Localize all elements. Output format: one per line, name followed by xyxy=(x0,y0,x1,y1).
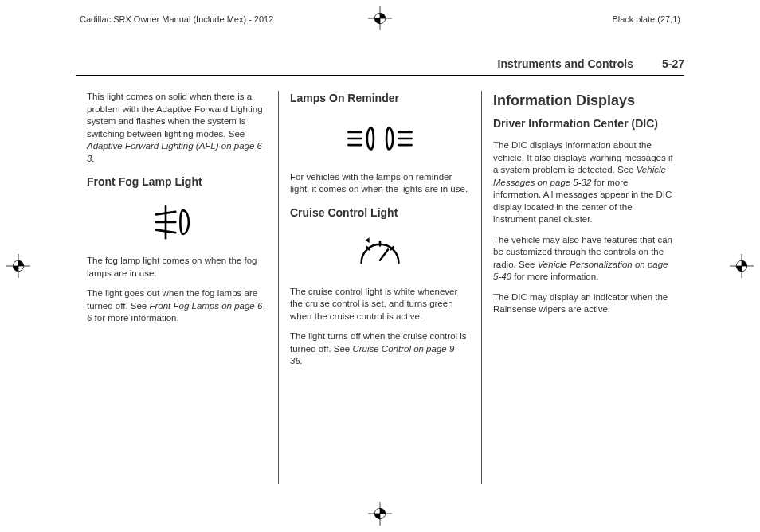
chapter-title: Instruments and Controls xyxy=(498,57,633,70)
dic-p2-text-b: for more information. xyxy=(511,272,598,281)
information-displays-heading: Information Displays xyxy=(493,91,673,110)
lamps-on-icon xyxy=(290,120,470,157)
doc-title: Cadillac SRX Owner Manual (Include Mex) … xyxy=(80,14,273,24)
svg-line-25 xyxy=(380,249,388,260)
dic-paragraph-3: The DIC may display an indicator when th… xyxy=(493,291,673,316)
column-1: This light comes on solid when there is … xyxy=(76,91,278,484)
afl-text: This light comes on solid when there is … xyxy=(87,92,263,139)
registration-mark-right xyxy=(730,254,754,278)
fog-paragraph-2: The light goes out when the fog lamps ar… xyxy=(87,288,267,325)
dic-heading: Driver Information Center (DIC) xyxy=(493,116,673,131)
front-fog-lamp-icon xyxy=(87,204,267,241)
dic-paragraph-2: The vehicle may also have features that … xyxy=(493,234,673,284)
column-3: Information Displays Driver Information … xyxy=(481,91,684,484)
column-2: Lamps On Reminder For vehicles wit xyxy=(278,91,481,484)
cruise-paragraph-2: The light turns off when the cruise cont… xyxy=(290,331,470,368)
lamps-paragraph: For vehicles with the lamps on reminder … xyxy=(290,171,470,196)
fog-paragraph-1: The fog lamp light comes on when the fog… xyxy=(87,255,267,280)
registration-mark-bottom xyxy=(368,502,392,526)
front-fog-lamp-heading: Front Fog Lamp Light xyxy=(87,174,267,190)
cruise-paragraph-1: The cruise control light is white whenev… xyxy=(290,286,470,323)
registration-mark-left xyxy=(6,254,30,278)
cruise-control-heading: Cruise Control Light xyxy=(290,205,470,221)
content-columns: This light comes on solid when there is … xyxy=(76,91,684,484)
fog-p2-text-b: for more information. xyxy=(92,313,178,323)
page-body: Instruments and Controls 5-27 This light… xyxy=(76,57,684,484)
page-header: Instruments and Controls 5-27 xyxy=(76,57,684,76)
cruise-control-icon xyxy=(290,235,470,272)
plate-label: Black plate (27,1) xyxy=(612,14,680,24)
afl-paragraph: This light comes on solid when there is … xyxy=(87,91,267,165)
afl-reference: Adaptive Forward Lighting (AFL) on page … xyxy=(87,141,265,163)
page-number: 5-27 xyxy=(662,57,684,70)
print-header: Cadillac SRX Owner Manual (Include Mex) … xyxy=(0,14,760,24)
lamps-on-heading: Lamps On Reminder xyxy=(290,91,470,106)
dic-paragraph-1: The DIC displays information about the v… xyxy=(493,139,673,226)
